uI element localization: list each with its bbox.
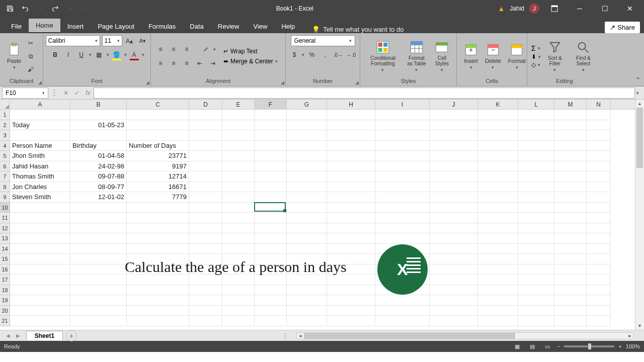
cell-J13[interactable] — [430, 233, 478, 244]
font-launcher-icon[interactable]: ◢ — [146, 80, 149, 85]
column-header-A[interactable]: A — [10, 100, 70, 109]
sheet-tab-sheet1[interactable]: Sheet1 — [26, 331, 63, 340]
cell-C13[interactable] — [127, 233, 189, 244]
cell-I20[interactable] — [375, 306, 430, 316]
cell-C19[interactable] — [127, 295, 189, 306]
formula-input[interactable] — [94, 87, 635, 99]
cell-A15[interactable] — [10, 254, 70, 264]
cell-H3[interactable] — [327, 130, 375, 141]
cell-K5[interactable] — [478, 151, 518, 161]
column-header-M[interactable]: M — [554, 100, 587, 109]
cell-J20[interactable] — [430, 306, 478, 316]
cell-C18[interactable] — [127, 285, 189, 296]
cell-L15[interactable] — [518, 254, 554, 264]
cell-E8[interactable] — [222, 182, 255, 193]
cell-E5[interactable] — [222, 151, 255, 161]
tab-review[interactable]: Review — [211, 20, 247, 33]
cell-D18[interactable] — [189, 285, 222, 296]
zoom-out-icon[interactable]: − — [557, 343, 560, 349]
cell-I1[interactable] — [375, 110, 430, 120]
cell-M11[interactable] — [554, 213, 587, 223]
cell-M15[interactable] — [554, 254, 587, 264]
cell-J3[interactable] — [430, 130, 478, 141]
cell-B17[interactable] — [70, 275, 127, 285]
cell-L1[interactable] — [518, 110, 554, 120]
cell-K4[interactable] — [478, 141, 518, 151]
column-header-H[interactable]: H — [327, 100, 375, 109]
cell-A12[interactable] — [10, 223, 70, 234]
cell-F9[interactable] — [255, 192, 287, 203]
expand-formula-bar-icon[interactable]: ▾ — [632, 87, 643, 99]
cell-N13[interactable] — [587, 233, 611, 244]
cell-M19[interactable] — [554, 295, 587, 306]
cell-G4[interactable] — [287, 141, 327, 151]
cell-L16[interactable] — [518, 264, 554, 275]
row-header-18[interactable]: 18 — [0, 285, 10, 296]
row-header-14[interactable]: 14 — [0, 244, 10, 254]
cell-K12[interactable] — [478, 223, 518, 234]
cell-K15[interactable] — [478, 254, 518, 264]
cell-E11[interactable] — [222, 213, 255, 223]
cell-D1[interactable] — [189, 110, 222, 120]
alignment-launcher-icon[interactable]: ◢ — [281, 80, 284, 85]
cell-K18[interactable] — [478, 285, 518, 296]
cell-N11[interactable] — [587, 213, 611, 223]
cell-B4[interactable]: Birthday — [70, 141, 127, 151]
cell-F20[interactable] — [255, 306, 287, 316]
delete-cells-button[interactable]: −Delete▾ — [482, 42, 504, 71]
cell-G11[interactable] — [287, 213, 327, 223]
cell-B8[interactable]: 08-09-77 — [70, 182, 127, 193]
cell-M20[interactable] — [554, 306, 587, 316]
column-header-D[interactable]: D — [189, 100, 222, 109]
cell-F17[interactable] — [255, 275, 287, 285]
ribbon-display-icon[interactable] — [544, 1, 565, 16]
cell-E6[interactable] — [222, 161, 255, 172]
collapse-ribbon-icon[interactable]: ⌃ — [635, 76, 641, 84]
cell-B18[interactable] — [70, 285, 127, 296]
increase-decimal-icon[interactable]: .0→ — [333, 49, 344, 60]
cell-H10[interactable] — [327, 203, 375, 213]
qat-customize-icon[interactable]: ▾ — [79, 3, 92, 15]
cell-F21[interactable] — [255, 316, 287, 326]
cell-B2[interactable]: 01-05-23 — [70, 120, 127, 131]
column-header-K[interactable]: K — [478, 100, 518, 109]
cell-M8[interactable] — [554, 182, 587, 193]
row-header-3[interactable]: 3 — [0, 130, 10, 141]
row-header-2[interactable]: 2 — [0, 120, 10, 131]
cell-K14[interactable] — [478, 244, 518, 254]
cell-J7[interactable] — [430, 171, 478, 182]
cell-A11[interactable] — [10, 213, 70, 223]
cell-I2[interactable] — [375, 120, 430, 131]
clear-button[interactable]: ◇▾ — [531, 61, 541, 68]
cell-A21[interactable] — [10, 316, 70, 326]
cell-B20[interactable] — [70, 306, 127, 316]
cell-J15[interactable] — [430, 254, 478, 264]
insert-cells-button[interactable]: +Insert▾ — [461, 42, 481, 71]
zoom-slider[interactable] — [564, 345, 614, 347]
cell-I12[interactable] — [375, 223, 430, 234]
cell-D13[interactable] — [189, 233, 222, 244]
cell-M3[interactable] — [554, 130, 587, 141]
cell-J14[interactable] — [430, 244, 478, 254]
row-header-8[interactable]: 8 — [0, 182, 10, 193]
page-layout-view-icon[interactable]: ▤ — [527, 342, 538, 351]
cell-F12[interactable] — [255, 223, 287, 234]
cell-N14[interactable] — [587, 244, 611, 254]
cell-L4[interactable] — [518, 141, 554, 151]
cell-N10[interactable] — [587, 203, 611, 213]
font-size-select[interactable]: 11▾ — [102, 35, 122, 46]
cell-D11[interactable] — [189, 213, 222, 223]
orientation-icon[interactable]: ⤢ — [200, 44, 211, 55]
cell-J9[interactable] — [430, 192, 478, 203]
column-header-B[interactable]: B — [70, 100, 127, 109]
cell-K10[interactable] — [478, 203, 518, 213]
zoom-level[interactable]: 100% — [626, 343, 640, 349]
cell-M1[interactable] — [554, 110, 587, 120]
cell-F11[interactable] — [255, 213, 287, 223]
cell-A9[interactable]: Steven Smith — [10, 192, 70, 203]
cancel-formula-icon[interactable]: ✕ — [60, 87, 71, 99]
cell-N6[interactable] — [587, 161, 611, 172]
column-header-N[interactable]: N — [587, 100, 611, 109]
cell-H14[interactable] — [327, 244, 375, 254]
save-icon[interactable] — [4, 3, 16, 15]
